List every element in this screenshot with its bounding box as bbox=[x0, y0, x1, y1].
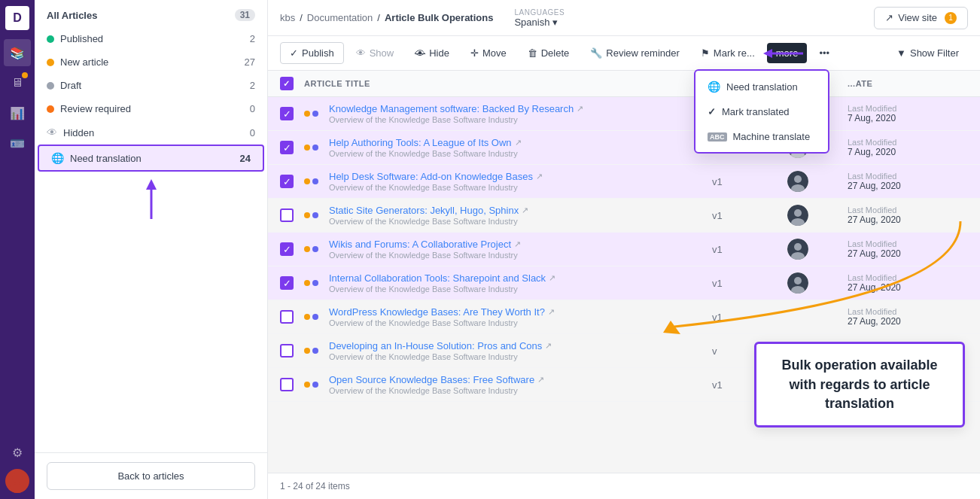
external-link-icon[interactable]: ↗ bbox=[522, 205, 528, 215]
breadcrumb-sep1: / bbox=[300, 12, 303, 23]
table-row[interactable]: ✓ Help Desk Software: Add-on Knowledge B… bbox=[268, 165, 980, 199]
nav-icon-monitor[interactable]: 🖥 bbox=[4, 69, 31, 96]
nav-icon-book[interactable]: 📚 bbox=[4, 39, 31, 66]
show-button[interactable]: 👁 Show bbox=[347, 43, 403, 63]
external-link-icon[interactable]: ↗ bbox=[545, 341, 552, 351]
table-row[interactable]: ✓ Knowledge Management software: Backed … bbox=[268, 97, 980, 131]
row-checkbox[interactable] bbox=[280, 344, 294, 358]
external-link-icon[interactable]: ↗ bbox=[515, 138, 522, 148]
nav-icon-chart[interactable]: 📊 bbox=[4, 99, 31, 126]
row-checkbox[interactable]: ✓ bbox=[280, 276, 294, 290]
back-to-articles-button[interactable]: Back to articles bbox=[47, 462, 255, 490]
show-icon: 👁 bbox=[356, 47, 366, 59]
annotation-box: Bulk operation available with regards to… bbox=[754, 342, 965, 427]
status-dots bbox=[304, 178, 318, 184]
article-title: WordPress Knowledge Bases: Are They Wort… bbox=[329, 306, 712, 318]
abc-icon: ABC bbox=[708, 132, 727, 141]
hide-button[interactable]: 👁 Hide bbox=[406, 43, 458, 64]
revision-cell: v1 bbox=[712, 244, 787, 255]
status-dot-yellow bbox=[304, 382, 310, 388]
breadcrumb-kbs[interactable]: kbs bbox=[280, 12, 295, 23]
main-content: kbs / Documentation / Article Bulk Opera… bbox=[268, 0, 980, 499]
app-logo[interactable]: D bbox=[5, 6, 29, 30]
date-cell: Last Modified 7 Aug, 2020 bbox=[848, 104, 968, 123]
status-dot-yellow bbox=[304, 314, 310, 320]
select-all-checkbox[interactable]: ✓ bbox=[280, 77, 294, 90]
column-title-header: ARTICLE TITLE bbox=[304, 79, 712, 88]
dropdown-mark-translated[interactable]: ✓ Mark translated bbox=[695, 99, 828, 124]
dropdown-machine-translate[interactable]: ABC Machine translate bbox=[695, 124, 828, 149]
move-icon: ✛ bbox=[470, 47, 479, 59]
left-navigation: D 📚 🖥 📊 🪪 ⚙ bbox=[0, 0, 35, 499]
dots-button[interactable]: ••• bbox=[810, 43, 838, 63]
table-row[interactable]: ✓ Internal Collaboration Tools: Sharepoi… bbox=[268, 266, 980, 300]
sidebar-item-new-article[interactable]: New article 27 bbox=[35, 50, 267, 74]
delete-button[interactable]: 🗑 Delete bbox=[519, 43, 579, 63]
user-avatar[interactable] bbox=[5, 469, 29, 493]
breadcrumb-sep2: / bbox=[377, 12, 380, 23]
delete-icon: 🗑 bbox=[528, 47, 537, 59]
table-row[interactable]: Static Site Generators: Jekyll, Hugo, Sp… bbox=[268, 199, 980, 233]
sidebar-item-draft[interactable]: Draft 2 bbox=[35, 74, 267, 97]
language-selector[interactable]: LANGUAGES Spanish ▾ bbox=[514, 8, 565, 28]
external-link-icon[interactable]: ↗ bbox=[537, 375, 544, 385]
mark-re-button[interactable]: ⚑ Mark re... bbox=[692, 43, 764, 63]
svg-point-16 bbox=[794, 209, 802, 217]
external-link-icon[interactable]: ↗ bbox=[536, 172, 543, 181]
external-link-icon[interactable]: ↗ bbox=[549, 273, 555, 283]
row-checkbox[interactable]: ✓ bbox=[280, 175, 294, 188]
table-row[interactable]: WordPress Knowledge Bases: Are They Wort… bbox=[268, 300, 980, 334]
sidebar-item-published[interactable]: Published 2 bbox=[35, 27, 267, 50]
row-checkbox[interactable] bbox=[280, 208, 294, 222]
status-dot-yellow bbox=[304, 212, 310, 218]
row-checkbox[interactable] bbox=[280, 310, 294, 324]
status-dot-yellow bbox=[304, 348, 310, 354]
svg-marker-5 bbox=[763, 49, 772, 58]
review-dot bbox=[47, 105, 54, 113]
date-cell: Last Modified 27 Aug, 2020 bbox=[848, 273, 968, 293]
show-filter-button[interactable]: ▼ Show Filter bbox=[887, 43, 968, 63]
row-checkbox[interactable]: ✓ bbox=[280, 107, 294, 120]
all-articles-count: 31 bbox=[235, 9, 255, 21]
breadcrumb-current: Article Bulk Operations bbox=[385, 12, 493, 23]
table-row[interactable]: ✓ Wikis and Forums: A Collaborative Proj… bbox=[268, 233, 980, 266]
show-label: Show bbox=[370, 47, 394, 59]
review-reminder-button[interactable]: 🔧 Review reminder bbox=[581, 43, 689, 63]
language-value[interactable]: Spanish ▾ bbox=[514, 17, 565, 28]
nav-icon-card[interactable]: 🪪 bbox=[4, 129, 31, 157]
nav-icon-settings[interactable]: ⚙ bbox=[4, 439, 31, 466]
svg-point-19 bbox=[794, 243, 802, 251]
row-checkbox[interactable] bbox=[280, 378, 294, 391]
article-info: Developing an In-House Solution: Pros an… bbox=[329, 340, 712, 361]
article-title: Developing an In-House Solution: Pros an… bbox=[329, 340, 712, 351]
external-link-icon[interactable]: ↗ bbox=[548, 307, 555, 317]
sidebar-item-hidden[interactable]: 👁 Hidden 0 bbox=[35, 120, 267, 145]
new-article-dot bbox=[47, 59, 54, 66]
author-cell bbox=[787, 205, 848, 226]
mark-re-label: Mark re... bbox=[714, 47, 755, 59]
row-checkbox[interactable]: ✓ bbox=[280, 242, 294, 256]
status-dot-blue bbox=[312, 280, 318, 286]
sidebar-item-need-translation[interactable]: 🌐 Need translation 24 bbox=[38, 145, 264, 172]
language-text: Spanish bbox=[514, 17, 549, 28]
revision-cell: v1 bbox=[712, 176, 787, 187]
sidebar-header: All Articles 31 bbox=[35, 0, 267, 27]
article-subtitle: Overview of the Knowledge Base Software … bbox=[329, 284, 712, 294]
external-link-icon[interactable]: ↗ bbox=[577, 104, 583, 114]
dropdown-need-translation[interactable]: 🌐 Need translation bbox=[695, 74, 828, 99]
pagination: 1 - 24 of 24 items bbox=[268, 473, 980, 499]
status-dot-blue bbox=[312, 145, 318, 151]
hide-icon: 👁 bbox=[415, 47, 425, 59]
article-info: Internal Collaboration Tools: Sharepoint… bbox=[329, 272, 712, 294]
external-link-icon[interactable]: ↗ bbox=[514, 239, 521, 249]
status-dot-yellow bbox=[304, 111, 310, 117]
publish-button[interactable]: ✓ Publish bbox=[280, 42, 344, 64]
breadcrumb-documentation[interactable]: Documentation bbox=[307, 12, 373, 23]
move-button[interactable]: ✛ Move bbox=[461, 43, 516, 63]
table-row[interactable]: ✓ Help Authoring Tools: A League of Its … bbox=[268, 131, 980, 165]
sidebar-item-review[interactable]: Review required 0 bbox=[35, 97, 267, 120]
column-date-header: ...ATE bbox=[848, 79, 968, 88]
view-site-button[interactable]: ↗ View site 1 bbox=[874, 7, 968, 29]
status-dot-blue bbox=[312, 314, 318, 320]
row-checkbox[interactable]: ✓ bbox=[280, 141, 294, 154]
